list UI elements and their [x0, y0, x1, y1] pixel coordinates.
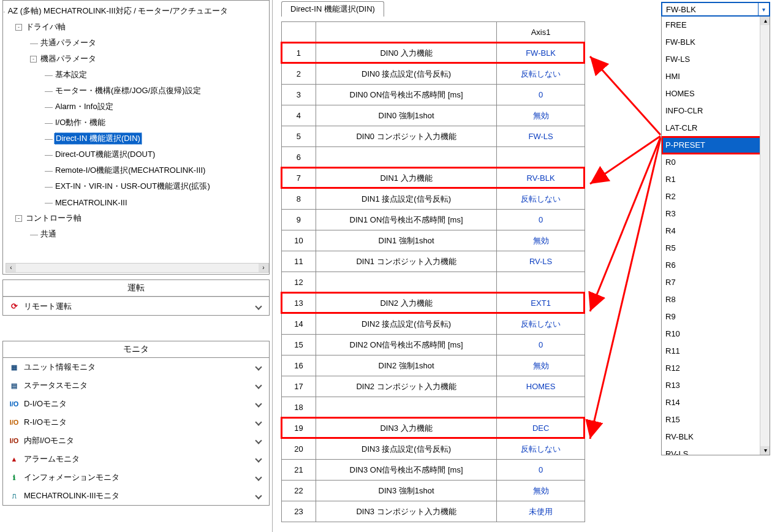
- tree-remote-io[interactable]: —Remote-I/O機能選択(MECHATROLINK-III): [3, 162, 269, 178]
- grid-row: 18: [282, 397, 585, 418]
- collapse-icon[interactable]: -: [15, 215, 22, 222]
- remote-operation-label: リモート運転: [24, 301, 72, 312]
- monitor-item[interactable]: I/O内部I/Oモニタ: [3, 431, 269, 450]
- row-number: 17: [282, 376, 316, 397]
- monitor-item[interactable]: I/OD-I/Oモニタ: [3, 395, 269, 413]
- tree-controller-common[interactable]: —共通: [3, 226, 269, 242]
- param-name: DIN2 ON信号検出不感時間 [ms]: [316, 335, 496, 355]
- dropdown-option[interactable]: R2: [662, 188, 770, 205]
- scroll-up-icon[interactable]: ▴: [760, 17, 770, 25]
- dropdown-option[interactable]: R13: [662, 377, 770, 394]
- param-value[interactable]: DEC: [497, 418, 585, 439]
- param-value[interactable]: 未使用: [497, 501, 585, 522]
- dropdown-option[interactable]: HOMES: [662, 85, 770, 102]
- param-value[interactable]: [497, 397, 585, 418]
- monitor-item[interactable]: ℹインフォメーションモニタ: [3, 468, 269, 487]
- dropdown-option[interactable]: HMI: [662, 68, 770, 85]
- parameter-tree[interactable]: ·AZ (多軸) MECHATROLINK-III対応 / モーター/アクチュエ…: [3, 1, 269, 242]
- param-value[interactable]: 無効: [497, 481, 585, 501]
- param-value[interactable]: [497, 147, 585, 168]
- dropdown-option[interactable]: FW-LS: [662, 51, 770, 68]
- dropdown-option[interactable]: R11: [662, 343, 770, 360]
- param-value[interactable]: 反転しない: [497, 314, 585, 335]
- dropdown-option[interactable]: R3: [662, 205, 770, 222]
- monitor-item[interactable]: I/OR-I/Oモニタ: [3, 413, 269, 431]
- param-value[interactable]: 無効: [497, 355, 585, 376]
- collapse-icon[interactable]: -: [15, 24, 22, 31]
- param-value[interactable]: 無効: [497, 105, 585, 126]
- dropdown-option[interactable]: R1: [662, 171, 770, 188]
- tree-common-param[interactable]: —共通パラメータ: [3, 35, 269, 51]
- dropdown-selected[interactable]: FW-BLK ▾: [661, 2, 770, 17]
- param-value[interactable]: HOMES: [497, 376, 585, 397]
- tree-dout[interactable]: —Direct-OUT機能選択(DOUT): [3, 146, 269, 162]
- monitor-item[interactable]: ▤ステータスモニタ: [3, 376, 269, 395]
- dropdown-option[interactable]: FW-BLK: [662, 34, 770, 51]
- tree-io[interactable]: —I/O動作・機能: [3, 115, 269, 131]
- param-name: DIN0 接点設定(信号反転): [316, 64, 496, 85]
- dropdown-option[interactable]: R5: [662, 240, 770, 257]
- tree-root[interactable]: ·AZ (多軸) MECHATROLINK-III対応 / モーター/アクチュエ…: [3, 3, 269, 19]
- chevron-down-icon: [254, 399, 264, 409]
- center-pane: Direct-IN 機能選択(DIN) Axis1 1DIN0 入力機能FW-B…: [276, 0, 650, 522]
- dropdown-option[interactable]: RV-LS: [662, 446, 770, 455]
- tree-alarm-info[interactable]: —Alarm・Info設定: [3, 99, 269, 115]
- dropdown-option[interactable]: LAT-CLR: [662, 120, 770, 137]
- dropdown-option[interactable]: R8: [662, 291, 770, 308]
- tree-din[interactable]: —Direct-IN 機能選択(DIN): [3, 131, 269, 146]
- tree-h-scrollbar[interactable]: ‹ ›: [6, 263, 269, 273]
- dropdown-option[interactable]: R6: [662, 257, 770, 274]
- param-value[interactable]: RV-LS: [497, 251, 585, 272]
- scroll-left-icon[interactable]: ‹: [6, 264, 16, 272]
- collapse-icon[interactable]: -: [30, 56, 37, 63]
- param-value[interactable]: 0: [497, 210, 585, 230]
- param-value[interactable]: 反転しない: [497, 64, 585, 85]
- param-value[interactable]: FW-BLK: [497, 43, 585, 64]
- tree-basic[interactable]: —基本設定: [3, 67, 269, 83]
- dropdown-option[interactable]: P-PRESET: [662, 137, 770, 154]
- remote-operation-item[interactable]: ⟳ リモート運転: [3, 297, 269, 315]
- tree-mechatrolink[interactable]: —MECHATROLINK-III: [3, 194, 269, 210]
- monitor-item[interactable]: ▦ユニット情報モニタ: [3, 358, 269, 376]
- monitor-item[interactable]: ⎍MECHATROLINK-IIIモニタ: [3, 487, 269, 505]
- tree-driver-axis[interactable]: - ドライバ軸: [3, 19, 269, 35]
- scroll-down-icon[interactable]: ▾: [760, 446, 770, 455]
- dropdown-option[interactable]: R10: [662, 325, 770, 343]
- param-value[interactable]: 0: [497, 335, 585, 355]
- grid-row: 23DIN3 コンポジット入力機能未使用: [282, 501, 585, 522]
- param-value[interactable]: EXT1: [497, 293, 585, 314]
- param-value[interactable]: [497, 272, 585, 293]
- row-number: 16: [282, 355, 316, 376]
- param-value[interactable]: 0: [497, 85, 585, 105]
- dropdown-option[interactable]: R15: [662, 411, 770, 428]
- dropdown-option[interactable]: R9: [662, 308, 770, 325]
- param-value[interactable]: 反転しない: [497, 189, 585, 210]
- param-value[interactable]: RV-BLK: [497, 168, 585, 189]
- tree-ext-in[interactable]: —EXT-IN・VIR-IN・USR-OUT機能選択(拡張): [3, 178, 269, 194]
- monitor-item[interactable]: ▲アラームモニタ: [3, 450, 269, 468]
- dropdown-option[interactable]: R7: [662, 274, 770, 291]
- grid-row: 6: [282, 147, 585, 168]
- dropdown-option[interactable]: R0: [662, 154, 770, 171]
- dropdown-option[interactable]: R12: [662, 360, 770, 377]
- param-value[interactable]: FW-LS: [497, 126, 585, 147]
- dropdown-option[interactable]: INFO-CLR: [662, 102, 770, 120]
- dropdown-option[interactable]: R14: [662, 394, 770, 411]
- mlink-icon: ⎍: [8, 490, 20, 502]
- param-value[interactable]: 0: [497, 460, 585, 481]
- grid-row: 13DIN2 入力機能EXT1: [282, 293, 585, 314]
- dropdown-list[interactable]: FREEFW-BLKFW-LSHMIHOMESINFO-CLRLAT-CLRP-…: [661, 17, 770, 455]
- tree-motor[interactable]: —モーター・機構(座標/JOG/原点復帰)設定: [3, 83, 269, 99]
- monitor-item-label: ステータスモニタ: [24, 380, 88, 391]
- din-grid: Axis1 1DIN0 入力機能FW-BLK2DIN0 接点設定(信号反転)反転…: [281, 21, 585, 522]
- dropdown-option[interactable]: R4: [662, 222, 770, 240]
- dropdown-scrollbar[interactable]: ▴ ▾: [760, 17, 770, 455]
- tree-device-param[interactable]: - 機器パラメータ: [3, 51, 269, 67]
- param-value[interactable]: 無効: [497, 230, 585, 251]
- param-value[interactable]: 反転しない: [497, 439, 585, 460]
- dropdown-option[interactable]: FREE: [662, 17, 770, 34]
- dropdown-option[interactable]: RV-BLK: [662, 428, 770, 446]
- tree-controller-axis[interactable]: - コントローラ軸: [3, 210, 269, 226]
- scroll-right-icon[interactable]: ›: [259, 264, 268, 272]
- tab-din[interactable]: Direct-IN 機能選択(DIN): [281, 1, 384, 17]
